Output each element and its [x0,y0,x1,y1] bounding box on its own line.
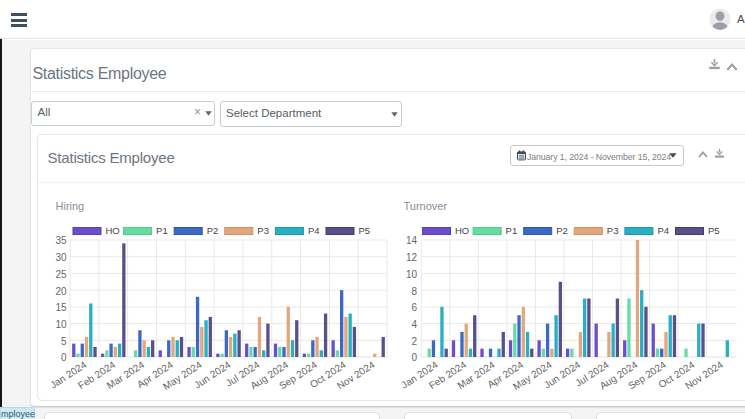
svg-text:2: 2 [411,336,417,347]
svg-text:0: 0 [411,352,417,363]
svg-text:35: 35 [55,235,67,246]
svg-text:10: 10 [406,269,418,280]
svg-text:P4: P4 [657,225,669,236]
svg-text:P2: P2 [207,225,219,236]
svg-text:6: 6 [411,302,417,313]
svg-text:Hiring: Hiring [56,200,85,212]
svg-text:P3: P3 [607,225,619,236]
svg-text:4: 4 [411,319,417,330]
svg-text:30: 30 [55,252,67,263]
svg-text:P3: P3 [257,225,269,236]
svg-text:P5: P5 [708,225,720,236]
svg-text:14: 14 [406,235,418,246]
svg-text:15: 15 [55,302,67,313]
svg-text:P4: P4 [308,225,320,236]
svg-text:P2: P2 [556,225,568,236]
svg-text:P1: P1 [506,225,518,236]
svg-text:P5: P5 [359,225,371,236]
svg-text:20: 20 [55,286,67,297]
svg-text:12: 12 [406,252,418,263]
svg-text:Turnover: Turnover [404,200,448,212]
svg-text:0: 0 [61,352,67,363]
svg-text:25: 25 [55,269,67,280]
svg-text:HO: HO [106,225,120,236]
svg-text:P1: P1 [156,225,168,236]
svg-text:10: 10 [55,319,67,330]
svg-text:5: 5 [61,336,67,347]
svg-text:8: 8 [411,286,417,297]
svg-text:HO: HO [455,225,469,236]
